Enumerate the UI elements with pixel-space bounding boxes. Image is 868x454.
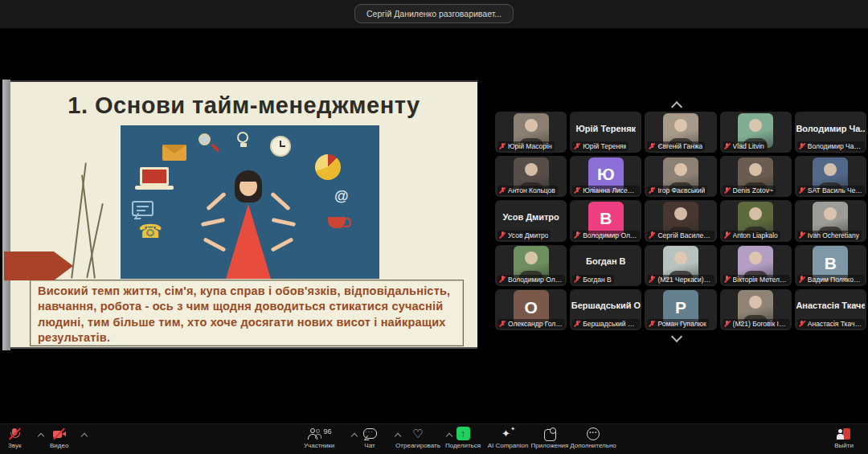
muted-mic-icon bbox=[499, 321, 506, 328]
slide-textbox: Високий темп життя, сім'я, купа справ і … bbox=[30, 280, 464, 346]
muted-mic-icon bbox=[649, 143, 655, 150]
participant-tile[interactable]: Анастасія Ткаче... Анастасія Ткаченко bbox=[795, 289, 866, 330]
clock-hand bbox=[280, 145, 285, 147]
participant-label: Vlad Litvin bbox=[723, 141, 767, 151]
multitasking-illustration: ☎ @ bbox=[121, 125, 379, 279]
more-label: Дополнительно bbox=[570, 442, 616, 449]
participant-label: Бершадський Олекс... bbox=[572, 319, 640, 329]
participant-label: Вікторія Метельна bbox=[723, 275, 790, 284]
meeting-toolbar: Звук Видео 96 Участники ··· Чат ♡ Отреаг… bbox=[0, 423, 868, 454]
slide-title: 1. Основи тайм-менеджменту bbox=[10, 92, 477, 119]
participant-label: Володимир Оліцький bbox=[497, 275, 565, 284]
participant-tile[interactable]: Anton Liapkalo bbox=[720, 200, 792, 241]
participant-tile[interactable]: Володимир Ча... Володимир Чайковс... bbox=[795, 112, 866, 153]
muted-mic-icon bbox=[799, 276, 805, 283]
participant-tile[interactable]: Вікторія Метельна bbox=[720, 245, 792, 286]
at-symbol: @ bbox=[334, 188, 349, 205]
magnifier-handle bbox=[211, 143, 219, 152]
lightbulb-icon bbox=[237, 132, 248, 143]
muted-mic-icon bbox=[8, 427, 21, 440]
muted-mic-icon bbox=[499, 187, 506, 194]
phone-icon: ☎ bbox=[138, 220, 162, 243]
participant-label: (М21 Черкаси) Олег... bbox=[647, 275, 714, 284]
participant-label: SAT Василь Чечотенко bbox=[797, 186, 865, 195]
more-button[interactable]: ··· Дополнительно bbox=[563, 427, 624, 449]
leave-icon bbox=[837, 427, 851, 440]
heart-icon: ♡ bbox=[412, 427, 423, 440]
participant-label: Олександр Голубов bbox=[497, 319, 565, 329]
participants-options-chevron[interactable] bbox=[352, 433, 358, 439]
participant-tile[interactable]: Юрій Тереняк Юрій Тереняк bbox=[570, 112, 641, 153]
more-icon: ··· bbox=[587, 427, 600, 440]
participants-icon bbox=[307, 427, 321, 440]
muted-mic-icon bbox=[499, 143, 506, 150]
participant-tile[interactable]: Denis Zotov~ bbox=[720, 156, 792, 197]
muted-mic-icon bbox=[724, 321, 731, 328]
participant-label: Ігор Фаєвський bbox=[647, 186, 707, 195]
magnifier-icon bbox=[199, 133, 211, 145]
shared-window-frame bbox=[2, 80, 10, 350]
participant-label: Сергій Василенко bbox=[647, 231, 714, 240]
participant-label: Юліанна Лисенко bbox=[572, 186, 640, 195]
participant-tile[interactable]: Юрій Масорін bbox=[495, 112, 567, 153]
leave-label: Выйти bbox=[834, 442, 854, 449]
participant-tile[interactable]: О Олександр Голубов bbox=[495, 289, 567, 330]
pie-chart-icon bbox=[315, 154, 341, 180]
participant-tile[interactable]: Усов Дмитро Усов Дмитро bbox=[495, 200, 567, 241]
video-options-chevron[interactable] bbox=[82, 433, 88, 439]
muted-mic-icon bbox=[724, 231, 731, 239]
participant-name-display: Юрій Тереняк bbox=[575, 124, 636, 133]
laptop-base bbox=[135, 186, 174, 190]
gallery-scroll-up-icon[interactable] bbox=[673, 101, 681, 109]
participants-button[interactable]: 96 Участники bbox=[304, 427, 334, 449]
video-button[interactable]: Видео bbox=[50, 427, 68, 449]
participants-label: Участники bbox=[304, 442, 334, 449]
speech-bubble-line bbox=[137, 210, 145, 211]
participant-label: Вадим Поляков 211 bbox=[797, 275, 865, 284]
active-speaker-notification: Сергій Даниленко разговаривает... bbox=[354, 4, 514, 23]
participant-tile[interactable]: В Володимир Олішевич bbox=[570, 200, 641, 241]
participant-tile[interactable]: Ivan Ocheretiany bbox=[795, 200, 866, 241]
participant-tile[interactable]: Антон Кольцов bbox=[495, 156, 567, 197]
share-button[interactable]: ↑ Поделиться bbox=[440, 427, 485, 449]
audio-label: Звук bbox=[8, 442, 21, 449]
muted-mic-icon bbox=[649, 276, 655, 283]
gallery-scroll-down-icon[interactable] bbox=[673, 333, 681, 341]
ai-companion-label: AI Companion bbox=[488, 442, 529, 449]
speech-bubble-line bbox=[137, 206, 149, 207]
muted-camera-icon bbox=[52, 427, 67, 440]
participant-label: Anton Liapkalo bbox=[723, 231, 780, 240]
speech-bubble-icon bbox=[132, 201, 154, 216]
participants-count: 96 bbox=[324, 427, 332, 436]
audio-options-chevron[interactable] bbox=[39, 433, 44, 439]
participant-tile[interactable]: (М21 Черкаси) Олег... bbox=[645, 245, 716, 286]
participant-label: (М21) Боговік Ілона bbox=[723, 319, 790, 329]
participant-tile[interactable]: SAT Василь Чечотенко bbox=[795, 156, 866, 197]
lightbulb-base bbox=[240, 143, 247, 147]
participant-tile[interactable]: Сергій Василенко bbox=[645, 200, 716, 241]
participant-tile[interactable]: Ігор Фаєвський bbox=[645, 156, 716, 197]
participant-tile[interactable]: Бершадський О... Бершадський Олекс... bbox=[570, 289, 641, 330]
participant-label: Богдан В bbox=[572, 275, 613, 284]
laptop-icon bbox=[140, 167, 169, 186]
participant-tile[interactable]: Євгеній Ганжа bbox=[645, 112, 716, 153]
video-label: Видео bbox=[50, 442, 68, 449]
meeting-top-bar: Сергій Даниленко разговаривает... bbox=[0, 0, 868, 29]
participant-tile[interactable]: Володимир Оліцький bbox=[495, 245, 567, 286]
participant-label: Анастасія Ткаченко bbox=[797, 319, 865, 329]
participant-tile[interactable]: Ю Юліанна Лисенко bbox=[570, 156, 641, 197]
participant-label: Антон Кольцов bbox=[497, 186, 558, 195]
chat-button[interactable]: ··· Чат bbox=[363, 427, 376, 449]
participant-label: Роман Гупалюк bbox=[647, 319, 708, 329]
participant-name-display: Анастасія Ткаче... bbox=[796, 301, 865, 310]
muted-mic-icon bbox=[799, 187, 805, 194]
leave-button[interactable]: Выйти bbox=[828, 427, 860, 449]
participant-tile[interactable]: (М21) Боговік Ілона bbox=[720, 289, 792, 330]
participant-tile[interactable]: В Вадим Поляков 211 bbox=[795, 245, 866, 286]
participant-tile[interactable]: Р Роман Гупалюк bbox=[645, 289, 716, 330]
react-button[interactable]: ♡ Отреагировать bbox=[389, 427, 447, 449]
participant-tile[interactable]: Vlad Litvin bbox=[720, 112, 792, 153]
audio-button[interactable]: Звук bbox=[8, 427, 21, 449]
participant-tile[interactable]: Богдан В Богдан В bbox=[570, 245, 641, 286]
participant-label: Євгеній Ганжа bbox=[647, 141, 705, 151]
